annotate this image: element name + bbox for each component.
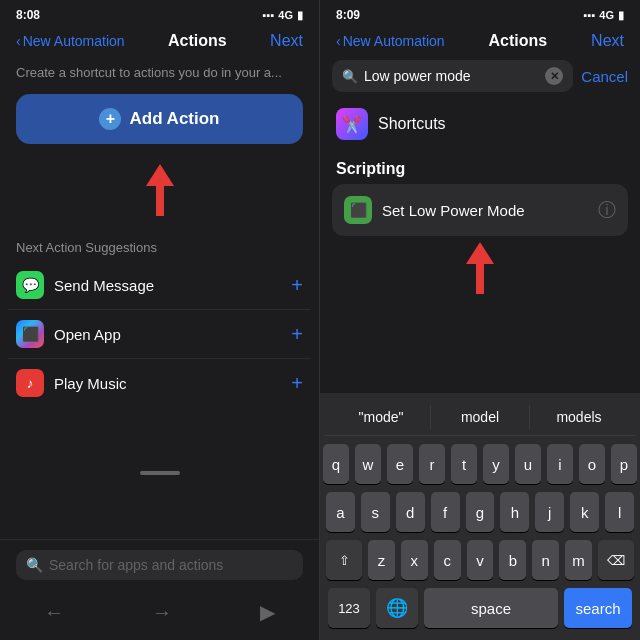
key-g[interactable]: g: [466, 492, 495, 532]
key-u[interactable]: u: [515, 444, 541, 484]
left-next-button[interactable]: Next: [270, 32, 303, 50]
left-back-chevron: ‹: [16, 33, 21, 49]
shift-key[interactable]: ⇧: [326, 540, 362, 580]
key-i[interactable]: i: [547, 444, 573, 484]
search-cancel-button[interactable]: Cancel: [581, 68, 628, 85]
shortcuts-row[interactable]: ✂️ Shortcuts: [320, 100, 640, 152]
right-arrow-indicator: [320, 242, 640, 294]
left-bottom-search: 🔍 Search for apps and actions: [0, 539, 319, 590]
left-back-label: New Automation: [23, 33, 125, 49]
list-item[interactable]: 💬 Send Message +: [8, 261, 311, 310]
scripting-item[interactable]: ⬛ Set Low Power Mode ⓘ: [332, 184, 628, 236]
keyboard-row-3: ⇧ z x c v b n m ⌫: [324, 540, 636, 580]
scripting-header: Scripting: [320, 152, 640, 184]
emoji-key[interactable]: 🌐: [376, 588, 418, 628]
key-x[interactable]: x: [401, 540, 428, 580]
word-suggestion-3[interactable]: models: [530, 405, 628, 429]
add-action-label: Add Action: [129, 109, 219, 129]
right-battery: ▮: [618, 9, 624, 22]
open-app-add[interactable]: +: [291, 323, 303, 346]
word-suggestion-2[interactable]: model: [431, 405, 530, 429]
right-search-icon: 🔍: [342, 69, 358, 84]
key-j[interactable]: j: [535, 492, 564, 532]
right-nav-bar: ‹ New Automation Actions Next: [320, 26, 640, 60]
left-nav-bar: ‹ New Automation Actions Next: [0, 26, 319, 60]
right-arrow-shaft: [476, 264, 484, 294]
search-icon: 🔍: [26, 557, 43, 573]
left-description: Create a shortcut to actions you do in y…: [0, 60, 319, 94]
left-status-icons: ▪▪▪ 4G ▮: [263, 9, 303, 22]
key-h[interactable]: h: [500, 492, 529, 532]
key-b[interactable]: b: [499, 540, 526, 580]
search-bar[interactable]: 🔍 Search for apps and actions: [16, 550, 303, 580]
word-suggestion-1[interactable]: "mode": [332, 405, 431, 429]
right-time: 8:09: [336, 8, 360, 22]
delete-key[interactable]: ⌫: [598, 540, 634, 580]
left-arrow-indicator: [0, 164, 319, 216]
play-music-add[interactable]: +: [291, 372, 303, 395]
send-message-label: Send Message: [54, 277, 291, 294]
num-key[interactable]: 123: [328, 588, 370, 628]
key-y[interactable]: y: [483, 444, 509, 484]
search-clear-button[interactable]: ✕: [545, 67, 563, 85]
right-next-button[interactable]: Next: [591, 32, 624, 50]
space-key[interactable]: space: [424, 588, 558, 628]
keyboard-bottom-row: 123 🌐 space search: [324, 588, 636, 628]
key-v[interactable]: v: [467, 540, 494, 580]
play-music-icon: ♪: [16, 369, 44, 397]
list-item[interactable]: ♪ Play Music +: [8, 359, 311, 407]
left-back-button[interactable]: ‹ New Automation: [16, 33, 125, 49]
add-action-button[interactable]: + Add Action: [16, 94, 303, 144]
right-network: 4G: [599, 9, 614, 21]
keyboard: "mode" model models q w e r t y u i o p …: [320, 393, 640, 640]
search-query: Low power mode: [364, 68, 539, 84]
arrow-head: [146, 164, 174, 186]
shortcuts-label: Shortcuts: [378, 115, 446, 133]
add-action-plus-icon: +: [99, 108, 121, 130]
back-nav-icon[interactable]: ←: [44, 601, 64, 624]
list-item[interactable]: ⬛ Open App +: [8, 310, 311, 359]
key-w[interactable]: w: [355, 444, 381, 484]
key-t[interactable]: t: [451, 444, 477, 484]
key-l[interactable]: l: [605, 492, 634, 532]
left-signal: ▪▪▪: [263, 9, 275, 21]
right-status-bar: 8:09 ▪▪▪ 4G ▮: [320, 0, 640, 26]
right-phone-panel: 8:09 ▪▪▪ 4G ▮ ‹ New Automation Actions N…: [320, 0, 640, 640]
action-list: 💬 Send Message + ⬛ Open App + ♪ Play Mus…: [0, 261, 319, 407]
right-search-row: 🔍 Low power mode ✕ Cancel: [320, 60, 640, 100]
left-phone-panel: 8:08 ▪▪▪ 4G ▮ ‹ New Automation Actions N…: [0, 0, 320, 640]
left-nav-title: Actions: [168, 32, 227, 50]
left-network: 4G: [278, 9, 293, 21]
key-p[interactable]: p: [611, 444, 637, 484]
right-nav-title: Actions: [489, 32, 548, 50]
scripting-info-icon[interactable]: ⓘ: [598, 198, 616, 222]
right-back-label: New Automation: [343, 33, 445, 49]
search-key[interactable]: search: [564, 588, 632, 628]
key-f[interactable]: f: [431, 492, 460, 532]
left-status-bar: 8:08 ▪▪▪ 4G ▮: [0, 0, 319, 26]
send-message-add[interactable]: +: [291, 274, 303, 297]
search-input-bar[interactable]: 🔍 Low power mode ✕: [332, 60, 573, 92]
key-k[interactable]: k: [570, 492, 599, 532]
key-o[interactable]: o: [579, 444, 605, 484]
key-e[interactable]: e: [387, 444, 413, 484]
shortcuts-icon: ✂️: [336, 108, 368, 140]
left-bottom-nav: ← → ▶: [0, 590, 319, 640]
arrow-shaft: [156, 186, 164, 216]
key-c[interactable]: c: [434, 540, 461, 580]
play-nav-icon[interactable]: ▶: [260, 600, 275, 624]
send-message-icon: 💬: [16, 271, 44, 299]
forward-nav-icon[interactable]: →: [152, 601, 172, 624]
key-d[interactable]: d: [396, 492, 425, 532]
key-z[interactable]: z: [368, 540, 395, 580]
key-m[interactable]: m: [565, 540, 592, 580]
key-n[interactable]: n: [532, 540, 559, 580]
key-q[interactable]: q: [323, 444, 349, 484]
left-battery: ▮: [297, 9, 303, 22]
open-app-label: Open App: [54, 326, 291, 343]
key-a[interactable]: a: [326, 492, 355, 532]
right-back-button[interactable]: ‹ New Automation: [336, 33, 445, 49]
key-r[interactable]: r: [419, 444, 445, 484]
key-s[interactable]: s: [361, 492, 390, 532]
keyboard-row-1: q w e r t y u i o p: [324, 444, 636, 484]
